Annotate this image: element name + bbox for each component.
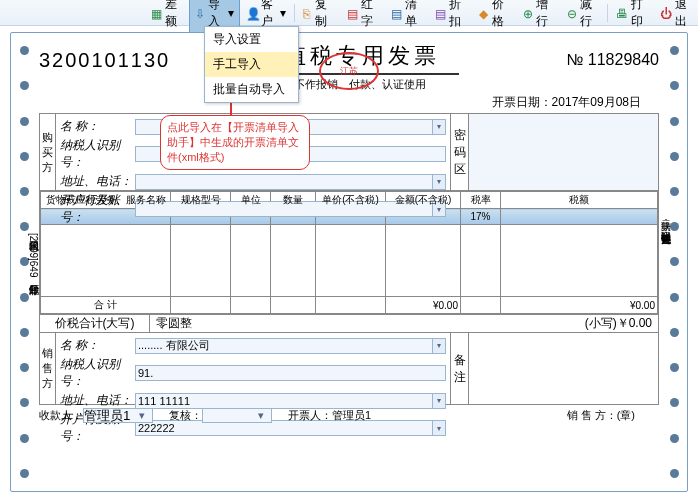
buyer-addr-input[interactable] xyxy=(135,174,433,190)
copy-button[interactable]: ⎘复制 xyxy=(297,0,341,34)
seller-section: 销售方 名 称：▾ 纳税人识别号： 地址、电话：▾ 开户行及账号：▾ 备注 xyxy=(39,333,659,405)
red-button[interactable]: ▤红字 xyxy=(341,0,385,34)
seller-name-input[interactable] xyxy=(135,338,433,354)
diff-button[interactable]: ▦差额 xyxy=(145,0,189,34)
footer-row: 收款人：▾ 复核：▾ 开票人：管理员1 销 售 方：(章) xyxy=(39,408,659,423)
holes-right xyxy=(665,33,683,491)
dd-batch-import[interactable]: 批量自动导入 xyxy=(205,77,298,102)
seller-addr-input[interactable] xyxy=(135,393,433,409)
buyer-name-dd[interactable]: ▾ xyxy=(432,119,446,135)
caps-row: 价税合计(大写) 零圆整 (小写)￥0.00 xyxy=(39,315,659,333)
addrow-button[interactable]: ⊕增行 xyxy=(517,0,561,34)
toolbar: ▦差额 ⇩导入▾ 👤客户▾ ⎘复制 ▤红字 ▤清单 ▤折扣 ◆价格 ⊕增行 ⊖减… xyxy=(0,0,698,26)
total-row: 合 计 ¥0.00 ¥0.00 xyxy=(41,297,658,314)
notes-area xyxy=(468,333,658,404)
seller-stamp: 销 售 方：(章) xyxy=(567,408,635,423)
invoice-no: 11829840 xyxy=(588,51,659,68)
side-right-text: 第二联：记账联 销售方记账凭证 xyxy=(658,213,672,226)
dd-import-settings[interactable]: 导入设置 xyxy=(205,27,298,52)
oval-stamp: 江苏 xyxy=(319,52,379,90)
list-button[interactable]: ▤清单 xyxy=(385,0,429,34)
delrow-button[interactable]: ⊖减行 xyxy=(561,0,605,34)
empty-area[interactable] xyxy=(41,225,658,297)
dd-manual-import[interactable]: 手工导入 xyxy=(205,52,298,77)
print-button[interactable]: 🖶打印 xyxy=(610,0,654,34)
date-row: 开票日期：2017年09月08日 xyxy=(39,94,659,111)
exit-button[interactable]: ⏻退出 xyxy=(654,0,698,34)
password-area xyxy=(468,114,658,190)
grid-header: 货物或应税劳务、服务名称规格型号 单位数量 单价(不含税)金额(不含税) 税率税… xyxy=(41,192,658,209)
buyer-section: 购买方 名 称：▾ 纳税人识别号： 地址、电话：▾ 开户行及账号：▾ 密码区 xyxy=(39,113,659,191)
import-dropdown: 导入设置 手工导入 批量自动导入 xyxy=(204,26,299,103)
discount-button[interactable]: ▤折扣 xyxy=(429,0,473,34)
buyer-addr-dd[interactable]: ▾ xyxy=(432,174,446,190)
serial-number: 3200101130 xyxy=(39,49,170,72)
callout: 点此导入在【开票清单导入助手】中生成的开票清单文件(xml格式) xyxy=(160,115,310,170)
side-left-text: 国税函[2009]649号北洋印钞厂 xyxy=(26,233,40,278)
price-button[interactable]: ◆价格 xyxy=(473,0,517,34)
seller-tax-input[interactable] xyxy=(135,365,446,381)
invoice-page: 国税函[2009]649号北洋印钞厂 第二联：记账联 销售方记账凭证 32001… xyxy=(10,32,688,492)
